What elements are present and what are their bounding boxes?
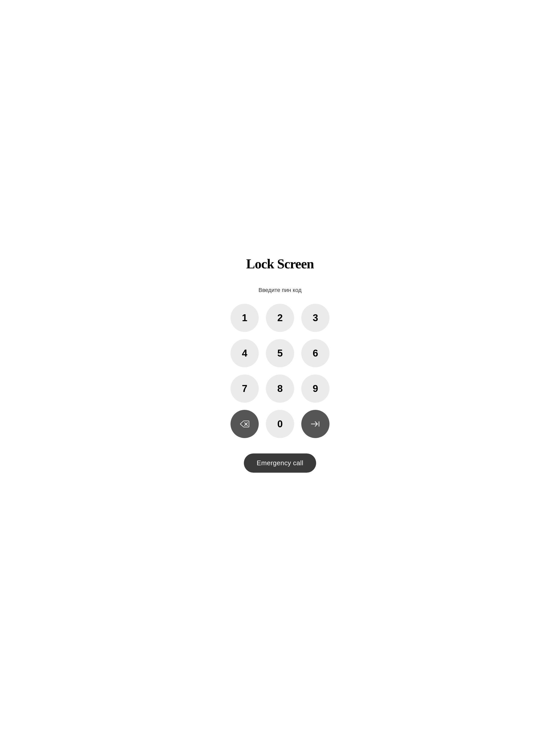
key-9[interactable]: 9 <box>301 374 329 403</box>
backspace-button[interactable] <box>231 410 259 438</box>
backspace-icon <box>240 420 249 427</box>
page-title: Lock Screen <box>246 256 314 272</box>
pin-prompt: Введите пин код <box>258 287 302 294</box>
key-1[interactable]: 1 <box>231 304 259 332</box>
key-0[interactable]: 0 <box>266 410 294 438</box>
key-4[interactable]: 4 <box>231 339 259 367</box>
enter-button[interactable] <box>301 410 329 438</box>
emergency-call-button[interactable]: Emergency call <box>244 453 316 473</box>
key-6[interactable]: 6 <box>301 339 329 367</box>
lock-screen: Lock Screen Введите пин код 1 2 3 4 5 6 … <box>213 241 347 488</box>
key-3[interactable]: 3 <box>301 304 329 332</box>
enter-icon <box>311 420 320 427</box>
key-7[interactable]: 7 <box>231 374 259 403</box>
keypad: 1 2 3 4 5 6 7 8 9 <box>231 304 329 438</box>
key-8[interactable]: 8 <box>266 374 294 403</box>
key-2[interactable]: 2 <box>266 304 294 332</box>
key-5[interactable]: 5 <box>266 339 294 367</box>
